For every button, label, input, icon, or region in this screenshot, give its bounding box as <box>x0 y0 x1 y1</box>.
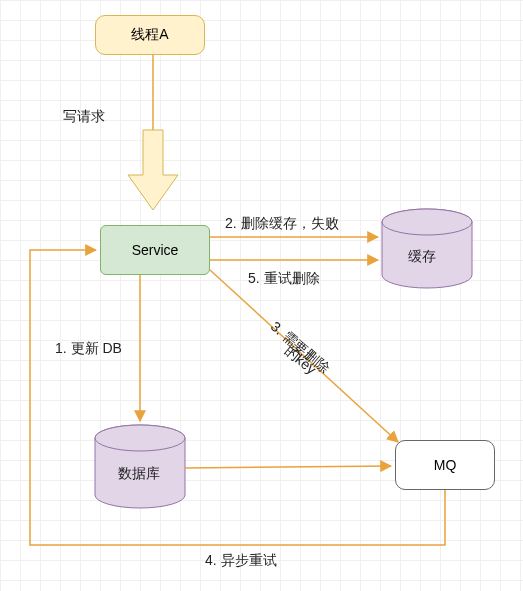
service-node: Service <box>100 225 210 275</box>
write-request-label: 写请求 <box>63 108 105 126</box>
step2-label: 2. 删除缓存，失败 <box>225 215 339 233</box>
svg-point-3 <box>95 425 185 451</box>
step4-label: 4. 异步重试 <box>205 552 277 570</box>
step5-label: 5. 重试删除 <box>248 270 320 288</box>
service-label: Service <box>132 242 179 258</box>
step1-label: 1. 更新 DB <box>55 340 122 358</box>
svg-line-9 <box>185 466 391 468</box>
thread-a-label: 线程A <box>131 26 168 44</box>
svg-point-2 <box>382 209 472 235</box>
cache-label: 缓存 <box>408 248 436 266</box>
mq-node: MQ <box>395 440 495 490</box>
thread-a-node: 线程A <box>95 15 205 55</box>
svg-point-1 <box>382 209 472 235</box>
database-label: 数据库 <box>118 465 160 483</box>
svg-point-4 <box>95 425 185 451</box>
mq-label: MQ <box>434 457 457 473</box>
